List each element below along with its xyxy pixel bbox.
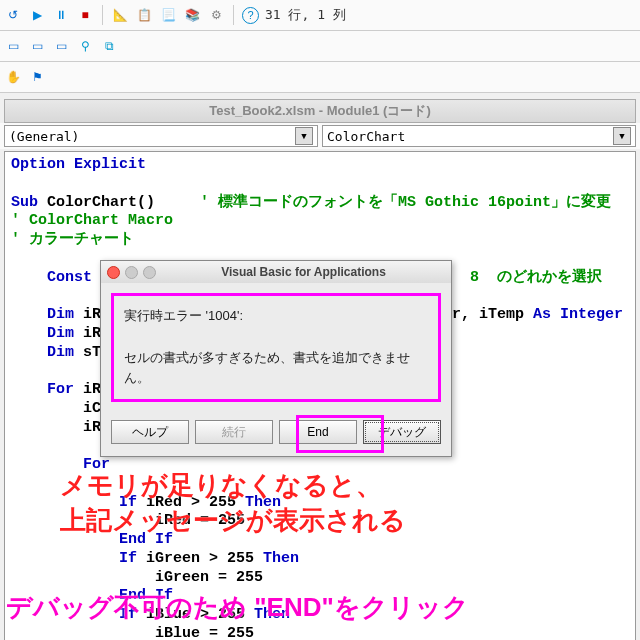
zoom-icon bbox=[143, 266, 156, 279]
cursor-position: 31 行, 1 列 bbox=[265, 6, 346, 24]
help-icon[interactable]: ? bbox=[242, 7, 259, 24]
play-icon[interactable]: ▶ bbox=[28, 6, 46, 24]
step-into-icon[interactable]: ▭ bbox=[4, 37, 22, 55]
breakpoint-toolbar: ✋ ⚑ bbox=[0, 62, 640, 93]
main-toolbar: ↺ ▶ ⏸ ■ 📐 📋 📃 📚 ⚙ ? 31 行, 1 列 bbox=[0, 0, 640, 31]
traffic-lights bbox=[107, 266, 156, 279]
step-out-icon[interactable]: ▭ bbox=[52, 37, 70, 55]
properties-icon[interactable]: 📃 bbox=[159, 6, 177, 24]
hand-icon[interactable]: ✋ bbox=[4, 68, 22, 86]
toolbox-icon[interactable]: ⚙ bbox=[207, 6, 225, 24]
project-explorer-icon[interactable]: 📋 bbox=[135, 6, 153, 24]
pause-icon[interactable]: ⏸ bbox=[52, 6, 70, 24]
close-icon[interactable] bbox=[107, 266, 120, 279]
debug-toolbar: ▭ ▭ ▭ ⚲ ⧉ bbox=[0, 31, 640, 62]
chevron-down-icon[interactable]: ▼ bbox=[295, 127, 313, 145]
help-button[interactable]: ヘルプ bbox=[111, 420, 189, 444]
annotation-memory: メモリが足りなくなると、上記メッセージが表示される bbox=[60, 468, 406, 538]
dialog-titlebar: Visual Basic for Applications bbox=[101, 261, 451, 283]
reset-icon[interactable]: ↺ bbox=[4, 6, 22, 24]
error-dialog: Visual Basic for Applications 実行時エラー '10… bbox=[100, 260, 452, 457]
object-dropdown[interactable]: (General) ▼ bbox=[4, 125, 318, 147]
code-dropdowns: (General) ▼ ColorChart ▼ bbox=[0, 123, 640, 149]
window-title: Test_Book2.xlsm - Module1 (コード) bbox=[209, 102, 431, 120]
design-mode-icon[interactable]: 📐 bbox=[111, 6, 129, 24]
link-icon[interactable]: ⚲ bbox=[76, 37, 94, 55]
dialog-buttons: ヘルプ 続行 End デバッグ bbox=[101, 412, 451, 456]
flag-icon[interactable]: ⚑ bbox=[28, 68, 46, 86]
minimize-icon bbox=[125, 266, 138, 279]
step-over-icon[interactable]: ▭ bbox=[28, 37, 46, 55]
dialog-title: Visual Basic for Applications bbox=[162, 265, 445, 279]
continue-button: 続行 bbox=[195, 420, 273, 444]
object-browser-icon[interactable]: 📚 bbox=[183, 6, 201, 24]
chevron-down-icon[interactable]: ▼ bbox=[613, 127, 631, 145]
end-button[interactable]: End bbox=[279, 420, 357, 444]
stop-icon[interactable]: ■ bbox=[76, 6, 94, 24]
window-titlebar: Test_Book2.xlsm - Module1 (コード) bbox=[4, 99, 636, 123]
stack-icon[interactable]: ⧉ bbox=[100, 37, 118, 55]
dialog-message: 実行時エラー '1004': セルの書式が多すぎるため、書式を追加できません。 bbox=[111, 293, 441, 402]
procedure-dropdown[interactable]: ColorChart ▼ bbox=[322, 125, 636, 147]
debug-button[interactable]: デバッグ bbox=[363, 420, 441, 444]
annotation-instruction: デバッグ不可のため "END"をクリック bbox=[6, 590, 469, 625]
